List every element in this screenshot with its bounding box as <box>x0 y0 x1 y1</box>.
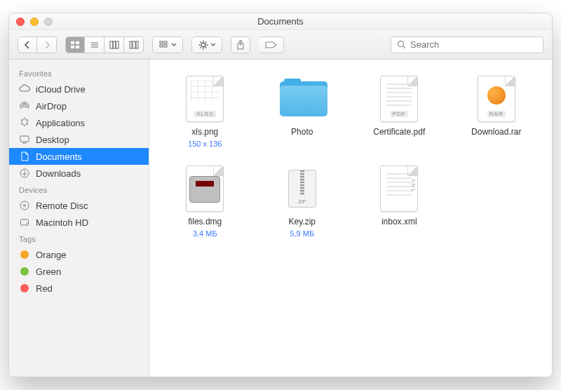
svg-rect-1 <box>76 41 79 44</box>
sidebar-item-remote-disc[interactable]: Remote Disc <box>9 197 149 214</box>
forward-button[interactable] <box>37 36 57 53</box>
arrange-icon <box>159 41 169 49</box>
svg-rect-16 <box>164 45 167 47</box>
file-name: xls.png <box>191 127 218 137</box>
svg-rect-11 <box>133 41 135 48</box>
sidebar-section-title: Devices <box>9 182 149 197</box>
sidebar-item-label: Orange <box>36 250 66 260</box>
close-window-button[interactable] <box>16 18 25 26</box>
downloads-icon <box>19 168 30 179</box>
file-name: Photo <box>291 127 313 137</box>
window-controls <box>16 18 53 26</box>
sidebar-item-macintoh-hd[interactable]: Macintoh HD <box>9 214 149 231</box>
nav-buttons <box>18 36 57 53</box>
sidebar-item-label: Green <box>36 266 61 277</box>
tag-icon <box>265 41 278 49</box>
sidebar-item-red[interactable]: Red <box>9 280 149 297</box>
file-item[interactable]: RAR Download.rar <box>448 74 546 148</box>
sidebar-item-label: Desktop <box>36 135 69 145</box>
svg-rect-2 <box>71 46 74 48</box>
file-thumbnail: XML <box>374 163 424 214</box>
airdrop-icon <box>19 100 30 111</box>
icon-view-button[interactable] <box>65 36 85 53</box>
file-item[interactable]: Photo <box>254 74 351 148</box>
tags-button[interactable] <box>259 36 284 53</box>
action-menu <box>191 36 222 53</box>
file-meta: 5,9 МБ <box>290 229 314 238</box>
window-body: FavoritesiCloud DriveAirDropApplications… <box>9 60 552 377</box>
file-grid: XLSX xls.png 150 x 136 Photo PDF Certifi… <box>156 74 545 238</box>
file-thumbnail: XLSX <box>180 74 230 124</box>
file-item[interactable]: PDF Certificate.pdf <box>351 74 448 148</box>
sidebar-item-label: iCloud Drive <box>36 84 86 95</box>
sidebar: FavoritesiCloud DriveAirDropApplications… <box>9 60 149 377</box>
sidebar-item-airdrop[interactable]: AirDrop <box>9 97 149 114</box>
back-button[interactable] <box>18 36 37 53</box>
svg-rect-37 <box>21 219 29 225</box>
file-item[interactable]: files.dmg 3,4 МБ <box>156 163 254 238</box>
svg-line-29 <box>403 46 406 49</box>
sidebar-item-downloads[interactable]: Downloads <box>9 165 149 182</box>
file-name: Download.rar <box>471 127 521 137</box>
tag-dot-icon <box>19 283 30 294</box>
action-button[interactable] <box>191 36 222 53</box>
content-area: XLSX xls.png 150 x 136 Photo PDF Certifi… <box>149 60 552 377</box>
file-item[interactable]: ZIP Key.zip 5,9 МБ <box>254 163 351 238</box>
share-button[interactable] <box>231 36 250 53</box>
file-item[interactable]: XLSX xls.png 150 x 136 <box>156 74 254 148</box>
list-icon <box>90 41 100 49</box>
tag-dot-icon <box>19 249 30 260</box>
window-title: Documents <box>257 16 304 27</box>
sidebar-item-label: Documents <box>36 151 82 162</box>
svg-rect-9 <box>116 41 119 48</box>
arrange-menu <box>152 36 183 53</box>
svg-line-25 <box>200 47 201 48</box>
svg-rect-7 <box>110 41 113 48</box>
arrange-button[interactable] <box>152 36 183 53</box>
sidebar-item-label: Remote Disc <box>36 201 88 211</box>
search-icon <box>397 40 406 49</box>
svg-line-22 <box>200 41 201 42</box>
coverflow-view-button[interactable] <box>124 36 144 53</box>
search-field[interactable] <box>391 36 543 53</box>
svg-point-17 <box>201 43 205 47</box>
sidebar-item-label: Macintoh HD <box>36 217 88 228</box>
sidebar-item-desktop[interactable]: Desktop <box>9 131 149 148</box>
svg-rect-14 <box>164 41 167 43</box>
svg-point-28 <box>398 41 404 47</box>
svg-rect-13 <box>160 41 163 43</box>
sidebar-item-green[interactable]: Green <box>9 263 149 280</box>
file-item[interactable]: XML inbox.xml <box>351 163 448 238</box>
sidebar-section-title: Tags <box>9 231 149 246</box>
svg-line-24 <box>205 41 206 42</box>
file-thumbnail <box>180 163 230 214</box>
file-name: files.dmg <box>188 217 222 227</box>
grid-icon <box>70 41 80 49</box>
svg-rect-31 <box>20 136 29 142</box>
sidebar-item-applications[interactable]: Applications <box>9 114 149 131</box>
coverflow-icon <box>129 41 139 49</box>
svg-line-23 <box>205 47 206 48</box>
svg-rect-0 <box>71 41 74 44</box>
svg-rect-15 <box>160 45 163 47</box>
cloud-icon <box>19 83 30 95</box>
search-input[interactable] <box>410 39 537 50</box>
hdd-icon <box>19 217 30 228</box>
apps-icon <box>19 117 30 128</box>
sidebar-item-label: Applications <box>36 118 85 128</box>
sidebar-item-icloud-drive[interactable]: iCloud Drive <box>9 81 149 97</box>
list-view-button[interactable] <box>85 36 104 53</box>
minimize-window-button[interactable] <box>30 18 39 26</box>
svg-rect-12 <box>136 41 138 48</box>
svg-rect-8 <box>113 41 116 48</box>
sidebar-item-documents[interactable]: Documents <box>9 148 149 165</box>
file-name: inbox.xml <box>381 217 417 227</box>
svg-point-36 <box>24 205 26 207</box>
view-mode-buttons <box>65 36 144 53</box>
file-thumbnail: PDF <box>374 74 424 124</box>
column-view-button[interactable] <box>104 36 124 53</box>
zoom-window-button[interactable] <box>44 18 53 26</box>
chevron-down-icon <box>171 42 177 48</box>
sidebar-item-orange[interactable]: Orange <box>9 246 149 263</box>
file-thumbnail: ZIP <box>277 163 327 214</box>
